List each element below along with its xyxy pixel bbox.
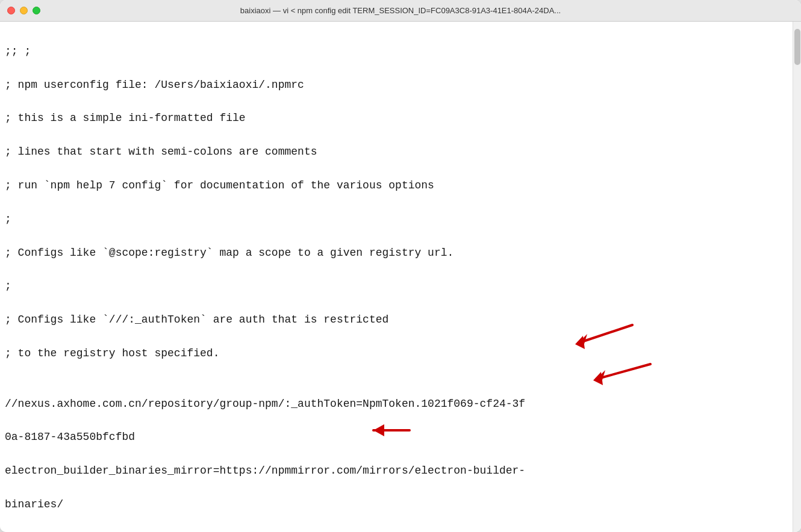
- svg-marker-5: [593, 372, 603, 385]
- terminal-window: baixiaoxi — vi < npm config edit TERM_SE…: [0, 0, 801, 532]
- window-title: baixiaoxi — vi < npm config edit TERM_SE…: [240, 6, 561, 15]
- maximize-button[interactable]: [33, 7, 40, 14]
- line-4: ; lines that start with semi-colons are …: [5, 144, 783, 161]
- line-10: ; to the registry host specified.: [5, 345, 783, 362]
- svg-line-3: [596, 364, 650, 379]
- line-3: ; this is a simple ini-formatted file: [5, 110, 783, 127]
- minimize-button[interactable]: [20, 7, 28, 14]
- scrollbar[interactable]: [793, 22, 801, 532]
- line-15: binaries/: [5, 496, 783, 513]
- line-6: ;: [5, 211, 783, 228]
- editor-area[interactable]: ;; ; ; npm userconfig file: /Users/baixi…: [0, 22, 801, 532]
- close-button[interactable]: [7, 7, 15, 14]
- line-9: ; Configs like `///:_authToken` are auth…: [5, 312, 783, 329]
- svg-marker-4: [596, 370, 605, 384]
- line-8: ;: [5, 278, 783, 295]
- line-12: //nexus.axhome.com.cn/repository/group-n…: [5, 396, 783, 413]
- line-13: 0a-8187-43a550bfcfbd: [5, 429, 783, 446]
- traffic-lights: [7, 7, 40, 14]
- title-bar: baixiaoxi — vi < npm config edit TERM_SE…: [0, 0, 801, 22]
- line-7: ; Configs like `@scope:registry` map a s…: [5, 245, 783, 262]
- line-1: ;; ;: [5, 43, 783, 60]
- line-5: ; run `npm help 7 config` for documentat…: [5, 178, 783, 194]
- scrollbar-thumb[interactable]: [794, 29, 800, 65]
- line-2: ; npm userconfig file: /Users/baixiaoxi/…: [5, 77, 783, 94]
- line-14: electron_builder_binaries_mirror=https:/…: [5, 463, 783, 480]
- annotation-arrows: [0, 22, 793, 532]
- arrow-2: [593, 364, 650, 385]
- editor-content[interactable]: ;; ; ; npm userconfig file: /Users/baixi…: [0, 22, 793, 532]
